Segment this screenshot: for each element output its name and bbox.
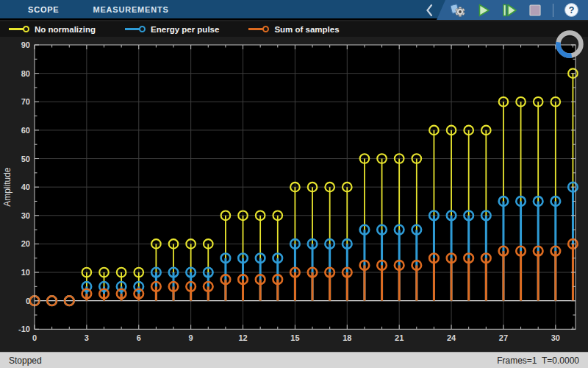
simulate-settings-button[interactable] xyxy=(450,2,466,18)
step-forward-button[interactable] xyxy=(501,2,517,18)
svg-text:50: 50 xyxy=(21,155,30,163)
collapse-toolbar-button[interactable] xyxy=(425,4,434,17)
svg-text:40: 40 xyxy=(21,183,30,191)
progress-ring-fill xyxy=(559,42,572,55)
svg-text:-10: -10 xyxy=(18,325,30,333)
svg-text:?: ? xyxy=(568,5,574,15)
stem-chart: 036912151821242730-100102030405060708090… xyxy=(0,37,588,352)
svg-text:21: 21 xyxy=(395,333,404,342)
tab-measurements[interactable]: MEASUREMENTS xyxy=(90,5,172,14)
svg-text:80: 80 xyxy=(21,69,30,78)
step-forward-icon xyxy=(501,3,517,18)
help-icon: ? xyxy=(564,2,579,18)
svg-text:27: 27 xyxy=(499,333,508,342)
legend-item-no-normalizing[interactable]: No normalizing xyxy=(9,25,96,34)
tab-strip: SCOPE MEASUREMENTS xyxy=(0,0,588,20)
status-state: Stopped xyxy=(9,355,42,366)
simulate-settings-icon xyxy=(450,2,466,18)
plot-region: 036912151821242730-100102030405060708090… xyxy=(0,37,588,352)
legend-marker-icon xyxy=(23,26,29,32)
legend: No normalizing Energy per pulse Sum of s… xyxy=(0,21,588,37)
legend-label: No normalizing xyxy=(35,25,96,34)
run-play-icon xyxy=(476,3,491,18)
svg-text:0: 0 xyxy=(32,333,37,342)
svg-text:10: 10 xyxy=(21,268,30,277)
stop-icon xyxy=(528,3,542,18)
svg-text:90: 90 xyxy=(21,40,30,49)
svg-text:70: 70 xyxy=(21,97,30,106)
legend-marker-icon xyxy=(139,26,146,32)
run-button[interactable] xyxy=(476,2,492,18)
svg-text:9: 9 xyxy=(189,333,193,342)
toolbar-separator xyxy=(553,4,553,17)
svg-text:18: 18 xyxy=(343,333,351,342)
legend-label: Energy per pulse xyxy=(151,25,219,34)
chevron-left-icon xyxy=(425,4,434,17)
svg-text:0: 0 xyxy=(26,297,30,305)
legend-item-energy-per-pulse[interactable]: Energy per pulse xyxy=(125,25,219,34)
svg-text:12: 12 xyxy=(238,333,247,342)
svg-text:30: 30 xyxy=(21,211,30,220)
legend-item-sum-of-samples[interactable]: Sum of samples xyxy=(248,25,339,34)
status-frames-time: Frames=1 T=0.0000 xyxy=(497,355,579,366)
status-bar: Stopped Frames=1 T=0.0000 xyxy=(0,352,588,368)
svg-text:30: 30 xyxy=(551,333,560,342)
svg-text:Amplitude: Amplitude xyxy=(2,167,12,207)
svg-text:60: 60 xyxy=(21,126,30,135)
legend-marker-icon xyxy=(262,26,269,32)
svg-text:3: 3 xyxy=(85,333,89,342)
toolbar: ? xyxy=(425,0,588,20)
svg-text:20: 20 xyxy=(21,239,30,248)
help-button[interactable]: ? xyxy=(563,2,579,18)
svg-text:15: 15 xyxy=(290,333,299,342)
legend-label: Sum of samples xyxy=(274,25,339,34)
svg-text:24: 24 xyxy=(447,333,456,342)
stop-button[interactable] xyxy=(527,2,543,18)
progress-ring xyxy=(553,28,586,60)
tab-scope[interactable]: SCOPE xyxy=(25,5,62,14)
svg-text:6: 6 xyxy=(137,333,141,342)
